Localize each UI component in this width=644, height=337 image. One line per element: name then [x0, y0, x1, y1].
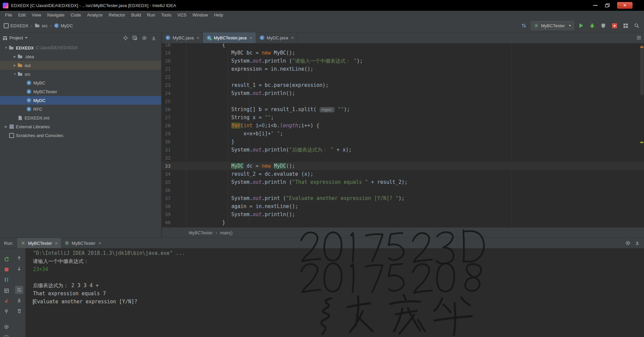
collapse-all-icon[interactable] — [132, 35, 138, 41]
console-output[interactable]: "D:\IntelliJ IDEA 2018.1.3\jdk18\bin\jav… — [26, 248, 644, 337]
code-line[interactable] — [189, 186, 644, 194]
menu-item-code[interactable]: Code — [68, 11, 84, 19]
menu-item-run[interactable]: Run — [144, 11, 158, 19]
profiler-button[interactable] — [610, 22, 618, 30]
editor-tabs-options[interactable] — [637, 32, 644, 43]
clear-all-button[interactable] — [15, 307, 23, 315]
tree-item-edxedx[interactable]: ▼EDXEDXC:\Java\IDEA\EDXEDX — [0, 43, 161, 52]
docked-mode-button[interactable] — [2, 333, 10, 337]
code-line[interactable]: MyDC dc = new MyDC(); — [189, 162, 644, 170]
code-line[interactable]: x=x+b[i]+" "; — [189, 130, 644, 138]
code-line[interactable] — [189, 73, 644, 81]
line-number[interactable]: 34 — [162, 170, 171, 178]
close-icon[interactable]: × — [250, 35, 252, 40]
run-tab-mybctester-0[interactable]: MyBCTester× — [17, 238, 61, 248]
tree-item-mybc[interactable]: MyBC — [0, 78, 161, 87]
up-stack-trace-button[interactable] — [15, 254, 23, 262]
scroll-mark-yellow[interactable] — [640, 142, 643, 143]
close-icon[interactable]: × — [99, 241, 101, 246]
line-number[interactable]: 27 — [162, 113, 171, 122]
soft-wrap-toggle[interactable] — [15, 286, 23, 294]
menu-item-build[interactable]: Build — [128, 11, 144, 19]
code-line[interactable]: } — [189, 138, 644, 146]
breadcrumb-class[interactable]: MyBCTester — [189, 230, 213, 235]
tree-item-edxedx-iml[interactable]: EDXEDX.iml — [0, 113, 161, 122]
chevron-down-icon[interactable] — [25, 37, 28, 39]
line-number[interactable]: 39 — [162, 210, 171, 218]
editor-scrollbar[interactable] — [640, 45, 644, 95]
line-number[interactable]: 18 — [162, 43, 171, 49]
code-line[interactable] — [189, 97, 644, 105]
run-button[interactable] — [577, 22, 585, 30]
coverage-button[interactable] — [599, 22, 607, 30]
code-line[interactable]: System.out.print ("Evaluate another expr… — [189, 194, 644, 202]
project-panel-title[interactable]: Project — [9, 35, 23, 40]
code-line[interactable]: for(int i=0;i<b.length;i++) { — [189, 122, 644, 130]
rerun-button[interactable] — [2, 255, 10, 263]
menu-item-help[interactable]: Help — [211, 11, 226, 19]
code-line[interactable]: }while (again.compareTo ("Y")==0); — [189, 227, 644, 227]
menu-item-refactor[interactable]: Refactor — [106, 11, 128, 19]
close-icon[interactable]: × — [55, 241, 58, 246]
debug-button[interactable] — [588, 22, 596, 30]
breadcrumb-item-mydc[interactable]: MyDC — [54, 23, 73, 28]
code-line[interactable]: { — [189, 43, 644, 49]
hide-panel-icon[interactable] — [635, 240, 640, 246]
line-number[interactable]: 41 — [162, 227, 171, 227]
menu-item-navigate[interactable]: Navigate — [44, 11, 67, 19]
line-number[interactable]: 26 — [162, 105, 171, 113]
code-line[interactable]: System.out.println ("That expression equ… — [189, 178, 644, 186]
pin-tab-button[interactable] — [2, 307, 10, 315]
close-icon[interactable]: × — [291, 35, 294, 40]
code-line[interactable]: MyBC bc = new MyBC(); — [189, 49, 644, 57]
settings-icon[interactable] — [142, 35, 147, 41]
restore-icon[interactable] — [605, 3, 610, 7]
code-line[interactable]: result_1 = bc.parse(expression); — [189, 81, 644, 89]
code-line[interactable]: again = in.nextLine(); — [189, 202, 644, 210]
tab-mybc-java[interactable]: MyBC.java× — [162, 32, 203, 43]
line-number[interactable]: 24 — [162, 89, 171, 97]
menu-item-edit[interactable]: Edit — [15, 11, 29, 19]
run-tab-mybctester-1[interactable]: MyBCTester× — [61, 238, 104, 248]
line-number[interactable]: 21 — [162, 65, 171, 73]
tree-item-mybctester[interactable]: MyBCTester — [0, 87, 161, 96]
code-line[interactable]: System.out.println ("请输入一个中缀表达式： "); — [189, 57, 644, 65]
line-number[interactable]: 38 — [162, 202, 171, 210]
code-line[interactable]: result_2 = dc.evaluate (x); — [189, 170, 644, 178]
tree-item-src[interactable]: ▼src — [0, 70, 161, 78]
line-number[interactable]: 29 — [162, 130, 171, 138]
stop-button[interactable] — [2, 265, 10, 273]
close-icon[interactable]: ✕ — [617, 2, 633, 9]
tree-expanded-icon[interactable]: ▼ — [3, 46, 9, 49]
code-line[interactable]: String x = ""; — [189, 113, 644, 122]
tree-item-scratches-and-consoles[interactable]: Scratches and Consoles — [0, 131, 161, 140]
scroll-mark-warning[interactable] — [640, 46, 643, 48]
console-settings-button[interactable] — [2, 323, 10, 331]
menu-item-window[interactable]: Window — [189, 11, 211, 19]
tree-item-out[interactable]: ▶out — [0, 61, 161, 70]
code-line[interactable]: System.out.println(); — [189, 210, 644, 218]
menu-item-view[interactable]: View — [29, 11, 44, 19]
update-project-icon[interactable] — [520, 22, 528, 30]
line-number[interactable]: 30 — [162, 138, 171, 146]
tab-mybctester-java[interactable]: MyBCTester.java× — [203, 32, 256, 43]
breadcrumb-item-edxedx[interactable]: EDXEDX — [3, 23, 28, 28]
run-configuration-select[interactable]: MyBCTester — [531, 21, 574, 30]
code-line[interactable]: System.out.println(); — [189, 89, 644, 97]
down-stack-trace-button[interactable] — [15, 265, 23, 273]
line-number[interactable]: 33 — [162, 162, 171, 170]
breadcrumb-item-src[interactable]: src — [35, 23, 47, 28]
code-line[interactable]: String[] b = result_1.split( regex: ""); — [189, 105, 644, 113]
tree-collapsed-icon[interactable]: ▶ — [3, 125, 9, 128]
line-number[interactable]: 40 — [162, 218, 171, 227]
code-line[interactable]: expression = in.nextLine(); — [189, 65, 644, 73]
tab-mydc-java[interactable]: MyDC.java× — [256, 32, 297, 43]
menu-item-tools[interactable]: Tools — [158, 11, 174, 19]
menu-item-file[interactable]: File — [2, 11, 15, 19]
exit-button[interactable] — [2, 297, 10, 305]
editor-surface[interactable]: 1819202122232425262728293031323334353637… — [162, 43, 644, 227]
close-icon[interactable]: × — [197, 35, 200, 40]
line-number[interactable]: 32 — [162, 154, 171, 162]
pause-output-button[interactable] — [2, 276, 10, 284]
line-number[interactable]: 36 — [162, 186, 171, 194]
